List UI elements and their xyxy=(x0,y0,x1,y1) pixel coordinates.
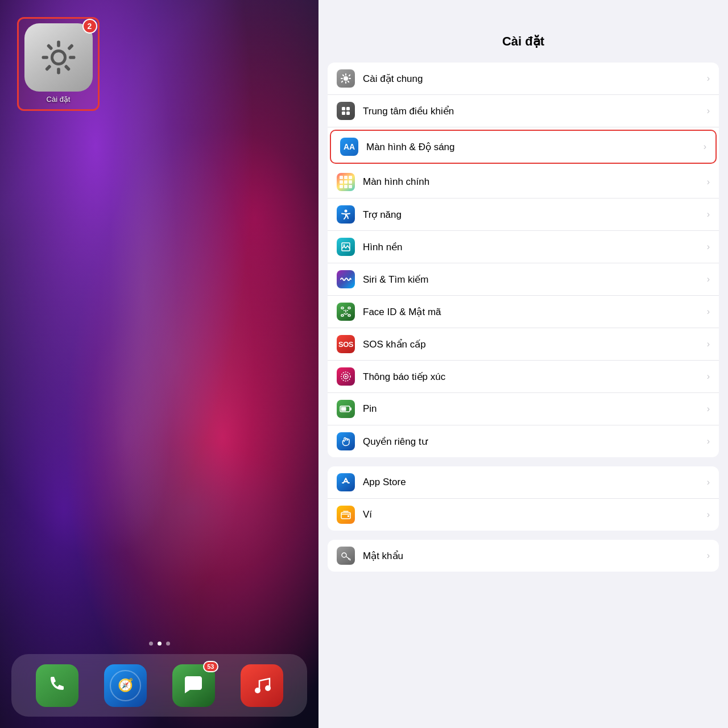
svg-rect-23 xyxy=(342,111,345,115)
svg-rect-4 xyxy=(42,56,48,59)
sos-chevron: › xyxy=(707,339,710,349)
hinh-nen-icon xyxy=(337,238,355,256)
svg-rect-24 xyxy=(346,111,350,115)
settings-item-app-store[interactable]: App Store › xyxy=(328,466,719,499)
svg-point-42 xyxy=(342,553,346,557)
svg-point-12 xyxy=(344,76,348,81)
page-dots xyxy=(0,642,318,646)
face-id-svg-icon xyxy=(340,306,351,317)
safari-needle: 🧭 xyxy=(118,678,133,693)
settings-app-highlighted[interactable]: 2 Cài đặt xyxy=(17,17,100,111)
man-hinh-do-sang-icon: AA xyxy=(340,138,358,156)
safari-compass: 🧭 xyxy=(110,670,141,701)
privacy-hand-icon xyxy=(340,436,351,447)
svg-rect-6 xyxy=(46,44,53,51)
mat-khau-label: Mật khẩu xyxy=(363,550,702,562)
svg-point-36 xyxy=(345,376,347,378)
svg-rect-38 xyxy=(350,408,351,411)
svg-rect-21 xyxy=(342,107,345,110)
contact-notification-icon xyxy=(340,371,351,382)
settings-item-sos[interactable]: SOS SOS khẩn cấp › xyxy=(328,328,719,361)
settings-item-cai-dat-chung[interactable]: Cài đặt chung › xyxy=(328,63,719,95)
settings-title: Cài đặt xyxy=(332,34,714,49)
quyen-rieng-tu-chevron: › xyxy=(707,436,710,446)
dock-music-icon[interactable] xyxy=(241,664,283,707)
page-dot-2[interactable] xyxy=(158,642,162,646)
home-screen: 2 Cài đặt 🧭 53 xyxy=(0,0,318,728)
svg-rect-5 xyxy=(69,56,75,59)
grid-icon xyxy=(340,176,352,188)
settings-item-vi[interactable]: Ví › xyxy=(328,499,719,531)
dock: 🧭 53 xyxy=(11,654,307,717)
face-id-icon xyxy=(337,303,355,321)
man-hinh-chinh-label: Màn hình chính xyxy=(363,176,702,188)
settings-panel: Cài đặt xyxy=(318,0,728,728)
settings-item-hinh-nen[interactable]: Hình nền › xyxy=(328,231,719,263)
svg-rect-29 xyxy=(341,315,344,316)
siri-wave-icon xyxy=(340,274,351,285)
svg-point-25 xyxy=(345,210,348,213)
settings-item-face-id[interactable]: Face ID & Mật mã › xyxy=(328,296,719,328)
settings-group-2: App Store › Ví › xyxy=(328,466,719,531)
svg-rect-16 xyxy=(349,78,351,79)
settings-item-thong-bao[interactable]: Thông báo tiếp xúc › xyxy=(328,361,719,393)
settings-group-3: Mật khẩu › xyxy=(328,540,719,572)
settings-header: Cài đặt xyxy=(318,0,728,58)
settings-item-man-hinh-chinh[interactable]: Màn hình chính › xyxy=(328,166,719,198)
svg-rect-22 xyxy=(346,107,350,110)
thong-bao-chevron: › xyxy=(707,371,710,382)
vi-icon xyxy=(337,506,355,524)
svg-rect-14 xyxy=(345,81,346,84)
settings-item-man-hinh-do-sang[interactable]: AA Màn hình & Độ sáng › xyxy=(330,130,717,164)
pin-chevron: › xyxy=(707,404,710,414)
phone-icon xyxy=(46,675,68,696)
svg-rect-2 xyxy=(57,41,60,47)
app-store-label: App Store xyxy=(363,477,702,488)
settings-item-pin[interactable]: Pin › xyxy=(328,393,719,425)
dock-safari-icon[interactable]: 🧭 xyxy=(104,664,147,707)
trung-tam-chevron: › xyxy=(707,106,710,116)
messages-icon xyxy=(182,674,205,697)
page-dot-3[interactable] xyxy=(166,642,170,646)
accessibility-icon xyxy=(340,209,351,220)
svg-rect-8 xyxy=(67,44,74,51)
settings-item-mat-khau[interactable]: Mật khẩu › xyxy=(328,540,719,572)
dock-phone-icon[interactable] xyxy=(36,664,78,707)
settings-item-siri[interactable]: Siri & Tìm kiếm › xyxy=(328,263,719,296)
svg-point-1 xyxy=(53,52,63,63)
mat-khau-chevron: › xyxy=(707,551,710,561)
gear-icon xyxy=(39,38,78,77)
tro-nang-label: Trợ năng xyxy=(363,209,702,221)
svg-rect-27 xyxy=(341,307,344,309)
svg-rect-9 xyxy=(44,64,51,71)
settings-item-quyen-rieng-tu[interactable]: Quyền riêng tư › xyxy=(328,425,719,457)
messages-badge: 53 xyxy=(203,661,218,672)
vi-chevron: › xyxy=(707,510,710,520)
settings-item-trung-tam[interactable]: Trung tâm điều khiển › xyxy=(328,95,719,127)
settings-app-label: Cài đặt xyxy=(23,95,93,104)
quyen-rieng-tu-icon xyxy=(337,432,355,450)
siri-label: Siri & Tìm kiếm xyxy=(363,274,702,286)
pin-icon xyxy=(337,400,355,418)
aa-text: AA xyxy=(344,142,355,151)
gear-small-icon xyxy=(340,73,351,84)
tro-nang-chevron: › xyxy=(707,209,710,220)
svg-point-11 xyxy=(265,685,271,691)
siri-icon xyxy=(337,270,355,288)
svg-rect-18 xyxy=(347,80,349,82)
settings-item-tro-nang[interactable]: Trợ năng › xyxy=(328,198,719,231)
svg-rect-30 xyxy=(348,315,350,316)
siri-chevron: › xyxy=(707,274,710,284)
cai-dat-chung-label: Cài đặt chung xyxy=(363,73,702,85)
svg-point-10 xyxy=(255,688,260,693)
pin-label: Pin xyxy=(363,403,702,415)
dock-messages-icon[interactable]: 53 xyxy=(172,664,215,707)
svg-rect-20 xyxy=(341,80,343,82)
svg-rect-39 xyxy=(341,407,346,411)
thong-bao-label: Thông báo tiếp xúc xyxy=(363,371,702,383)
svg-rect-28 xyxy=(348,307,350,309)
page-dot-1[interactable] xyxy=(149,642,153,646)
settings-content[interactable]: Cài đặt chung › Trung tâm điều khiển › xyxy=(318,58,728,728)
settings-app-icon[interactable]: 2 xyxy=(24,23,93,92)
settings-badge: 2 xyxy=(82,19,97,34)
